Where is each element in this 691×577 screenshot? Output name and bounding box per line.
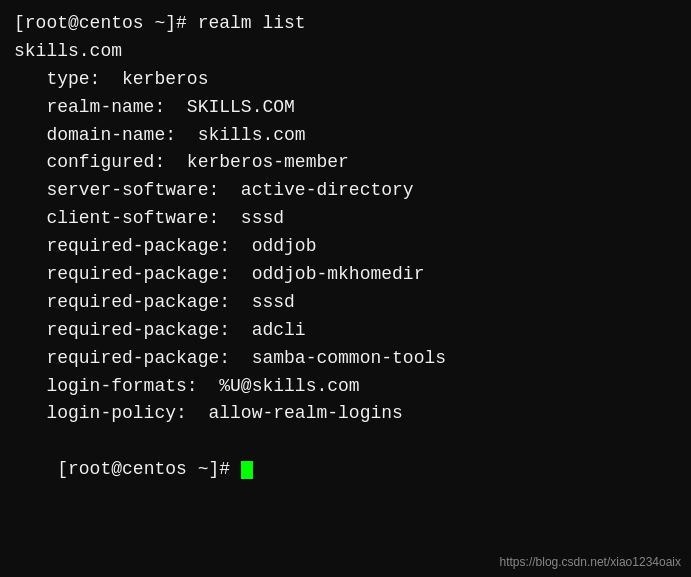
prompt-text: [root@centos ~]#: [57, 459, 241, 479]
login-formats-line: login-formats: %U@skills.com: [14, 373, 677, 401]
domain-name-field-line: domain-name: skills.com: [14, 122, 677, 150]
domain-name-line: skills.com: [14, 38, 677, 66]
cmd-realm-list-line: [root@centos ~]# realm list: [14, 10, 677, 38]
req-pkg-2-line: required-package: oddjob-mkhomedir: [14, 261, 677, 289]
configured-line: configured: kerberos-member: [14, 149, 677, 177]
req-pkg-3-line: required-package: sssd: [14, 289, 677, 317]
req-pkg-5-line: required-package: samba-common-tools: [14, 345, 677, 373]
realm-name-line: realm-name: SKILLS.COM: [14, 94, 677, 122]
server-software-line: server-software: active-directory: [14, 177, 677, 205]
cursor: [241, 461, 253, 479]
terminal-window: [root@centos ~]# realm list skills.com t…: [0, 0, 691, 577]
prompt-line[interactable]: [root@centos ~]#: [14, 428, 677, 512]
watermark: https://blog.csdn.net/xiao1234oaix: [500, 555, 681, 569]
req-pkg-4-line: required-package: adcli: [14, 317, 677, 345]
type-line: type: kerberos: [14, 66, 677, 94]
req-pkg-1-line: required-package: oddjob: [14, 233, 677, 261]
client-software-line: client-software: sssd: [14, 205, 677, 233]
login-policy-line: login-policy: allow-realm-logins: [14, 400, 677, 428]
